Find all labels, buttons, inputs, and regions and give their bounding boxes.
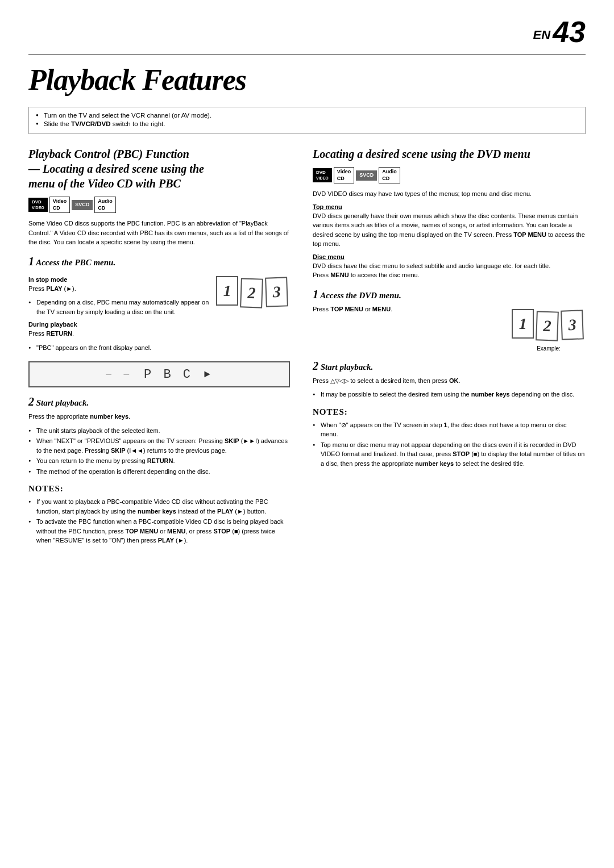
in-stop-mode-label: In stop mode [28,276,209,283]
left-step2-intro: Press the appropriate number keys. [28,412,290,422]
right-step1-body: Press TOP MENU or MENU. [313,304,505,314]
right-step1-content: Press TOP MENU or MENU. 1 2 3 Example: [313,304,586,352]
right-step2-bullet1: It may be possible to select the desired… [313,390,586,399]
right-card-1: 1 [512,309,534,339]
right-section-title: Locating a desired scene using the DVD m… [313,147,586,161]
intro-item-1: Turn on the TV and select the VCR channe… [36,112,578,119]
number-cards-right: 1 2 3 [512,309,586,341]
top-menu-text: DVD discs generally have their own menus… [313,211,586,249]
during-playback-label: During playback [28,321,209,328]
right-column: Locating a desired scene using the DVD m… [313,147,586,549]
left-step2-bullet3: You can return to the menu by pressing R… [28,456,290,466]
intro-box: Turn on the TV and select the VCR channe… [28,107,586,134]
number-cards-left: 1 2 3 [216,276,290,308]
disc-menu-label: Disc menu [313,253,586,260]
left-step2-header: 2 Start playback. [28,395,290,408]
right-badge-dvd: DVDVIDEO [313,168,332,182]
main-title: Playback Features [28,63,586,97]
card-2: 2 [240,278,263,308]
display-panel: — — P B C ► [28,361,290,387]
right-step1-cards-wrap: 1 2 3 Example: [512,304,586,352]
badge-audio: AudioCD [94,197,116,213]
badge-svcd: SVCD [72,200,93,210]
right-note-2: Top menu or disc menu may not appear dep… [313,440,586,469]
left-notes-title: NOTES: [28,484,290,494]
right-step2-header: 2 Start playback. [313,360,586,373]
badge-video: VideoCD [49,197,70,213]
right-notes-list: When "⊘" appears on the TV screen in ste… [313,420,586,469]
card-3: 3 [265,277,288,307]
right-badge-video: VideoCD [334,167,354,183]
two-column-layout: Playback Control (PBC) Function — Locati… [28,147,586,549]
panel-arrow: ► [204,369,213,380]
en-label: EN [533,28,551,42]
right-note-1: When "⊘" appears on the TV screen in ste… [313,420,586,439]
left-column: Playback Control (PBC) Function — Locati… [28,147,290,549]
panel-dashes: — — [106,369,132,379]
left-badge-row: DVDVIDEO VideoCD SVCD AudioCD [28,197,290,213]
example-label: Example: [512,345,586,352]
left-step2-bullet1: The unit starts playback of the selected… [28,426,290,436]
intro-item-2: Slide the TV/VCR/DVD switch to the right… [36,120,578,127]
right-step2-intro: Press △▽◁▷ to select a desired item, the… [313,376,586,386]
right-badge-row: DVDVIDEO VideoCD SVCD AudioCD [313,167,586,183]
right-step2-bullets: It may be possible to select the desired… [313,390,586,399]
right-notes: NOTES: When "⊘" appears on the TV screen… [313,407,586,469]
right-card-2: 2 [536,311,559,341]
left-step1-text: In stop mode Press PLAY (►). Depending o… [28,272,209,356]
step1-bullet2: "PBC" appears on the front display panel… [28,343,209,353]
right-badge-svcd: SVCD [356,170,377,181]
left-step1-content: In stop mode Press PLAY (►). Depending o… [28,272,290,356]
left-note-2: To activate the PBC function when a PBC-… [28,517,290,545]
during-playback-text: Press RETURN. [28,329,209,339]
left-notes: NOTES: If you want to playback a PBC-com… [28,484,290,545]
step1-bullet1: Depending on a disc, PBC menu may automa… [28,298,209,316]
left-note-1: If you want to playback a PBC-compatible… [28,497,290,516]
left-step2-bullet4: The method of the operation is different… [28,467,290,477]
right-notes-title: NOTES: [313,407,586,417]
right-intro-text: DVD VIDEO discs may have two types of th… [313,189,586,199]
left-step2-bullet2: When "NEXT" or "PREVIOUS" appears on the… [28,436,290,455]
page-number: 43 [553,15,586,48]
left-intro-text: Some Video CD discs supports the PBC fun… [28,219,290,247]
page-header: EN43 [28,17,586,47]
badge-dvd: DVDVIDEO [28,198,48,212]
left-section-title: Playback Control (PBC) Function — Locati… [28,147,290,191]
left-step1-cards: 1 2 3 [216,272,290,312]
step1-bullet2-list: "PBC" appears on the front display panel… [28,343,209,353]
disc-menu-text: DVD discs have the disc menu to select s… [313,261,586,280]
right-badge-audio: AudioCD [379,167,400,183]
intro-list: Turn on the TV and select the VCR channe… [36,112,578,127]
header-divider [28,55,586,55]
card-1: 1 [216,276,238,306]
in-stop-mode-text: Press PLAY (►). [28,284,209,294]
panel-text: P B C [144,368,193,382]
step1-bullet1-list: Depending on a disc, PBC menu may automa… [28,298,209,316]
right-step1-text: Press TOP MENU or MENU. [313,304,505,319]
left-step1-header: 1 Access the PBC menu. [28,255,290,268]
left-step2-bullets: The unit starts playback of the selected… [28,426,290,477]
right-card-3: 3 [561,310,584,340]
left-notes-list: If you want to playback a PBC-compatible… [28,497,290,545]
top-menu-label: Top menu [313,203,586,210]
right-step1-header: 1 Access the DVD menu. [313,288,586,301]
